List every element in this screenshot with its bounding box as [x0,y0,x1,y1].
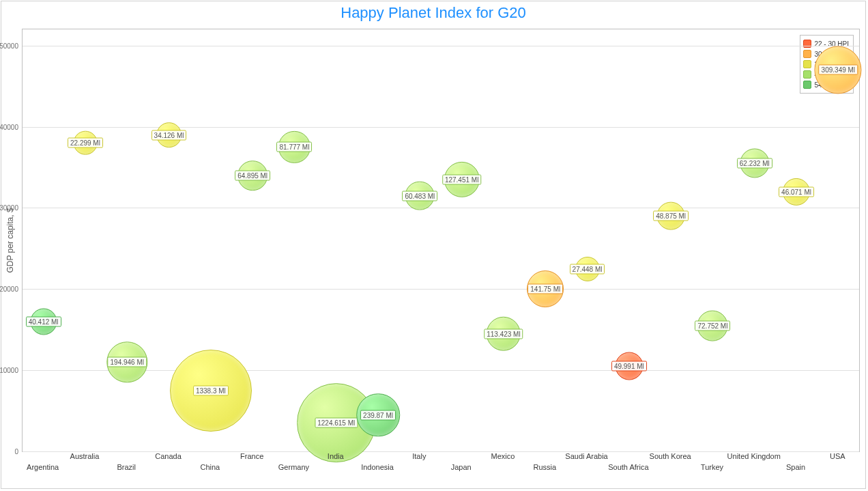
bubble-united-kingdom[interactable] [740,149,769,178]
y-tick-label: 20000 [0,285,18,293]
x-tick-label: Italy [412,452,426,460]
bubble-south-korea[interactable] [657,202,685,230]
gridline [23,289,859,290]
y-axis-label: GDP per capita, $ [5,208,15,272]
x-tick-label: USA [830,452,845,460]
legend-swatch [803,60,811,68]
legend-swatch [803,70,811,79]
gridline [23,46,859,46]
bubble-brazil[interactable] [107,342,147,382]
x-tick-label: Canada [155,452,182,460]
x-tick-label: United Kingdom [727,452,781,460]
x-tick-label: India [328,452,344,460]
x-tick-label: France [240,452,263,460]
bubble-mexico[interactable] [487,316,521,351]
bubble-france[interactable] [237,160,267,191]
bubble-canada[interactable] [156,122,182,148]
x-axis-labels: ArgentinaAustraliaBrazilCanadaChinaFranc… [22,452,860,479]
bubble-russia[interactable] [527,270,564,307]
y-tick-label: 30000 [0,204,18,212]
gridline [23,370,859,371]
x-tick-label: China [200,463,220,471]
bubble-usa[interactable] [815,46,862,94]
plot-area: GDP per capita, $ 22 - 30 HPI30 - 38 HPI… [22,29,860,452]
bubble-japan[interactable] [444,162,480,197]
bubble-south-africa[interactable] [615,352,643,380]
legend-swatch [803,81,811,89]
bubble-saudi-arabia[interactable] [575,257,600,281]
x-tick-label: Russia [533,463,556,471]
bubble-china[interactable] [170,350,252,432]
x-tick-label: Spain [786,463,805,471]
bubble-indonesia[interactable] [356,393,399,436]
x-tick-label: Australia [70,452,100,460]
bubble-turkey[interactable] [697,310,728,341]
bubble-australia[interactable] [74,131,98,155]
y-tick-label: 0 [14,448,18,455]
x-tick-label: Turkey [701,463,723,471]
gridline [23,127,859,128]
x-tick-label: South Korea [650,452,691,460]
bubble-argentina[interactable] [30,308,57,335]
y-tick-label: 10000 [0,367,18,374]
x-tick-label: Germany [278,463,309,471]
x-tick-label: South Africa [608,463,648,471]
chart-title: Happy Planet Index for G20 [1,4,865,22]
x-tick-label: Japan [451,463,472,471]
y-tick-label: 50000 [0,42,18,49]
bubble-italy[interactable] [405,181,435,210]
y-tick-label: 40000 [0,123,18,130]
x-tick-label: Indonesia [361,463,394,471]
x-tick-label: Saudi Arabia [565,452,607,460]
bubble-germany[interactable] [278,131,310,163]
legend-swatch [803,40,811,48]
x-tick-label: Brazil [117,463,136,471]
x-tick-label: Argentina [27,463,59,471]
chart-frame: Happy Planet Index for G20 GDP per capit… [1,1,866,489]
bubble-spain[interactable] [783,178,810,206]
gridline [23,208,859,208]
legend-swatch [803,50,811,58]
x-tick-label: Mexico [491,452,515,460]
